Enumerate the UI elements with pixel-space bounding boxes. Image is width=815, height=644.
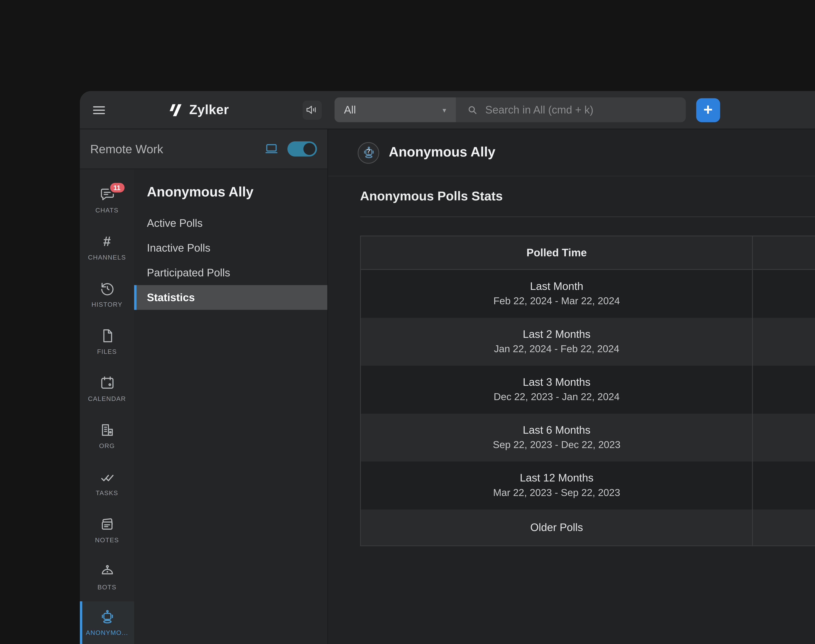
search-icon — [466, 104, 478, 116]
table-row: Last MonthFeb 22, 2024 - Mar 22, 2024 2 … — [361, 270, 815, 318]
brand-logo: Zylker — [168, 102, 229, 118]
period-label: Last 12 Months — [520, 470, 593, 486]
workspace-header: Remote Work — [80, 129, 327, 169]
app-body: Remote Work 11 CHATS — [80, 129, 815, 644]
section-title: Anonymous Polls Stats — [360, 189, 503, 204]
table-row: Last 3 MonthsDec 22, 2023 - Jan 22, 2024… — [361, 366, 815, 414]
hamburger-menu-icon[interactable] — [91, 102, 107, 118]
zylker-logo-icon — [168, 102, 184, 118]
search-scope-value: All — [344, 104, 443, 116]
stats-table: Polled Time Polls Created Votes Last Mon… — [360, 236, 815, 546]
file-icon — [99, 327, 115, 344]
sidebar-item-anonymous-ally[interactable]: ANONYMO... — [80, 601, 134, 644]
period-range: Dec 22, 2023 - Jan 22, 2024 — [494, 389, 620, 405]
chats-icon: 11 — [99, 186, 115, 203]
unread-badge: 11 — [108, 181, 126, 194]
page-title: Anonymous Ally — [389, 145, 495, 161]
bot-navigation-panel: Anonymous Ally Active Polls Inactive Pol… — [134, 169, 327, 644]
table-header-row: Polled Time Polls Created Votes — [361, 236, 815, 270]
period-label: Last 3 Months — [523, 374, 590, 390]
table-row: Older Polls 82 98,283 — [361, 509, 815, 545]
bot-avatar: ? — [358, 142, 379, 163]
sidebar-item-bots[interactable]: BOTS — [80, 554, 134, 601]
period-range: Jan 22, 2024 - Feb 22, 2024 — [494, 342, 619, 357]
panel-item-statistics[interactable]: Statistics — [134, 285, 327, 310]
search-field — [456, 98, 686, 122]
period-label: Older Polls — [530, 520, 583, 535]
left-body: 11 CHATS # CHANNELS HISTORY — [80, 169, 327, 644]
sidebar-item-tasks[interactable]: TASKS — [80, 459, 134, 506]
left-column: Remote Work 11 CHATS — [80, 129, 328, 644]
workspace-name: Remote Work — [90, 142, 256, 156]
app-window: Zylker All ▾ + @ — [80, 91, 815, 644]
sidebar-item-org[interactable]: ORG — [80, 412, 134, 459]
panel-item-participated-polls[interactable]: Participated Polls — [134, 261, 327, 285]
search-scope-dropdown[interactable]: All ▾ — [334, 98, 456, 122]
table-row: Last 12 MonthsMar 22, 2023 - Sep 22, 202… — [361, 462, 815, 509]
sidebar-item-files[interactable]: FILES — [80, 318, 134, 365]
notes-icon — [99, 516, 115, 533]
search-input[interactable] — [485, 104, 675, 116]
section-divider — [360, 216, 815, 217]
panel-item-inactive-polls[interactable]: Inactive Polls — [134, 236, 327, 261]
column-header-polled-time: Polled Time — [361, 236, 752, 269]
channels-icon: # — [99, 233, 115, 250]
brand-name: Zylker — [189, 102, 229, 117]
question-mark: ? — [358, 149, 378, 155]
period-range: Mar 22, 2023 - Sep 22, 2023 — [493, 486, 620, 501]
bots-icon — [99, 563, 115, 580]
remote-work-toggle[interactable] — [287, 141, 317, 156]
column-header-polls-created: Polls Created — [752, 236, 815, 269]
period-range: Feb 22, 2024 - Mar 22, 2024 — [493, 294, 620, 310]
period-label: Last 2 Months — [523, 326, 590, 342]
table-row: Last 2 MonthsJan 22, 2024 - Feb 22, 2024… — [361, 318, 815, 366]
speaker-icon — [305, 103, 319, 117]
main-content: ? Anonymous Ally Anonymous Polls Stats — [328, 129, 815, 644]
history-icon — [99, 280, 115, 297]
plus-icon: + — [703, 101, 712, 117]
announcement-button[interactable] — [302, 100, 322, 120]
period-range: Sep 22, 2023 - Dec 22, 2023 — [493, 438, 620, 453]
screen: Zylker All ▾ + @ — [0, 0, 815, 644]
navigation-rail: 11 CHATS # CHANNELS HISTORY — [80, 169, 134, 644]
sidebar-item-history[interactable]: HISTORY — [80, 271, 134, 318]
tasks-check-icon — [99, 469, 115, 486]
main-header: ? Anonymous Ally — [328, 129, 815, 176]
panel-title: Anonymous Ally — [134, 169, 327, 211]
sidebar-item-chats[interactable]: 11 CHATS — [80, 176, 134, 224]
panel-item-active-polls[interactable]: Active Polls — [134, 211, 327, 236]
sidebar-item-calendar[interactable]: CALENDAR — [80, 365, 134, 412]
sidebar-item-channels[interactable]: # CHANNELS — [80, 224, 134, 271]
toggle-knob — [303, 143, 315, 155]
remote-work-monitor-icon — [263, 141, 279, 157]
anonymous-bot-icon — [99, 609, 115, 625]
period-label: Last Month — [530, 278, 583, 294]
stats-bar: Anonymous Polls Stats Clear Old Data — [328, 176, 815, 216]
sidebar-item-notes[interactable]: NOTES — [80, 506, 134, 554]
add-button[interactable]: + — [696, 98, 720, 122]
org-building-icon — [99, 422, 115, 439]
table-row: Last 6 MonthsSep 22, 2023 - Dec 22, 2023… — [361, 414, 815, 462]
search-bar: All ▾ — [334, 98, 686, 122]
period-label: Last 6 Months — [523, 422, 590, 438]
top-bar: Zylker All ▾ + @ — [80, 91, 815, 129]
chevron-down-icon: ▾ — [443, 106, 446, 114]
calendar-icon — [99, 374, 115, 391]
